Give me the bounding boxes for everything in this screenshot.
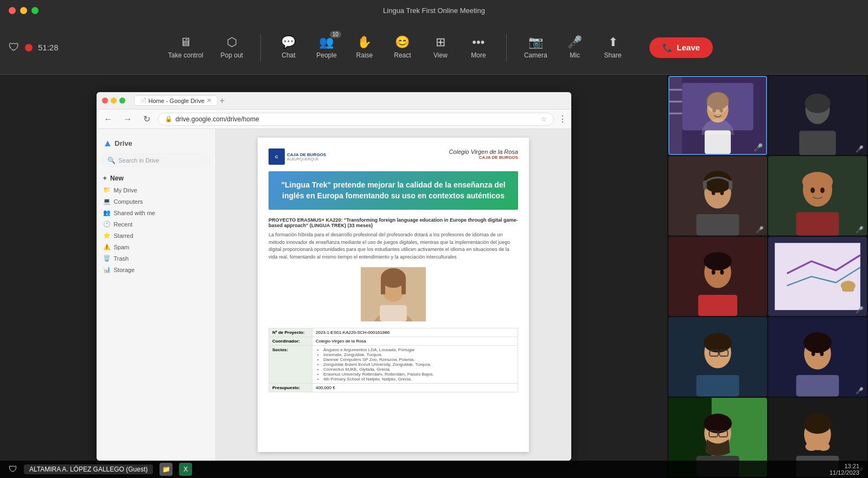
camera-button[interactable]: 📷 Camera — [515, 32, 556, 63]
table-row-partners: Socios: Ángulos e Argumentos LDA, Lousad… — [269, 346, 518, 384]
svg-point-59 — [812, 351, 815, 356]
sidebar-item-my-drive[interactable]: 📁 My Drive — [97, 184, 215, 196]
close-button[interactable] — [9, 7, 16, 14]
doc-person-image — [361, 267, 426, 321]
browser-tab-active[interactable]: 📄 Home - Google Drive ✕ — [134, 95, 218, 106]
participant-video-7 — [668, 317, 767, 396]
partner-1: Ángulos e Argumentos LDA, Lousada, Portu… — [323, 347, 514, 352]
search-placeholder: Search in Drive — [119, 157, 159, 164]
sidebar-item-computers[interactable]: 💻 Computers — [97, 196, 215, 207]
screen-icon: 🖥 — [180, 36, 192, 48]
maximize-button[interactable] — [31, 7, 39, 14]
shared-icon: 👥 — [103, 209, 111, 216]
traffic-lights — [9, 7, 39, 14]
url-bar[interactable]: 🔒 drive.google.com/drive/home ☆ — [158, 113, 554, 126]
browser-minimize[interactable] — [111, 98, 117, 104]
svg-rect-11 — [669, 101, 682, 102]
mute-indicator-3: 🎤 — [756, 226, 764, 234]
refresh-button[interactable]: ↻ — [140, 113, 154, 125]
sidebar-item-storage[interactable]: 📊 Storage — [97, 264, 215, 275]
security-status-icon: 🛡 — [9, 464, 17, 474]
browser-window: 📄 Home - Google Drive ✕ + ← → ↻ 🔒 drive.… — [97, 92, 571, 461]
partners-list: Ángulos e Argumentos LDA, Lousada, Portu… — [312, 346, 518, 384]
sidebar-item-shared[interactable]: 👥 Shared with me — [97, 207, 215, 218]
window-title: Lingua Trek First Online Meeting — [383, 7, 485, 15]
forward-button[interactable]: → — [120, 113, 136, 125]
recording-dot — [25, 44, 33, 51]
more-button[interactable]: ••• More — [459, 32, 497, 63]
browser-menu-icon[interactable]: ⋮ — [558, 114, 567, 124]
browser-titlebar: 📄 Home - Google Drive ✕ + — [97, 92, 571, 109]
popout-icon: ⬡ — [227, 36, 237, 48]
participant-tile-2: 🎤 — [768, 76, 867, 155]
minimize-button[interactable] — [20, 7, 27, 14]
people-count-badge: 10 — [330, 31, 341, 38]
browser-maximize[interactable] — [119, 98, 125, 104]
excel-icon[interactable]: X — [179, 463, 192, 476]
url-lock-icon: 🔒 — [165, 115, 173, 122]
participant-tile-5 — [668, 237, 767, 316]
camera-icon: 📷 — [528, 36, 543, 48]
raise-icon: ✋ — [357, 36, 372, 48]
svg-rect-5 — [401, 278, 406, 294]
budget-label: Presupuesto: — [269, 384, 312, 392]
react-button[interactable]: 😊 React — [384, 32, 422, 63]
new-tab-button[interactable]: + — [218, 96, 227, 106]
mic-button[interactable]: 🎤 Mic — [556, 32, 594, 63]
share-button[interactable]: ⬆ Share — [594, 32, 632, 63]
participant-tile-6: 🎤 — [768, 237, 867, 316]
svg-rect-12 — [669, 113, 682, 114]
toolbar: 🛡 51:28 🖥 Take control ⬡ Pop out 💬 Chat … — [0, 21, 868, 75]
view-button[interactable]: ⊞ View — [422, 32, 459, 63]
svg-rect-58 — [796, 375, 839, 396]
browser-close[interactable] — [102, 98, 108, 104]
raise-button[interactable]: ✋ Raise — [346, 32, 384, 63]
participant-video-2 — [768, 76, 867, 155]
status-bar: 🛡 ALTAMIRA A. LÓPEZ GALLEGO (Guest) 📁 X … — [0, 461, 868, 478]
svg-point-57 — [803, 332, 832, 353]
browser-controls — [102, 98, 125, 104]
take-control-button[interactable]: 🖥 Take control — [159, 32, 212, 63]
spam-icon: ⚠️ — [103, 243, 111, 250]
search-bar[interactable]: 🔍 Search in Drive — [101, 153, 211, 167]
svg-point-74 — [818, 442, 830, 451]
leave-button[interactable]: 📞 Leave — [649, 37, 713, 58]
tab-close-icon[interactable]: ✕ — [207, 97, 212, 104]
participant-video-8 — [768, 317, 867, 396]
chat-button[interactable]: 💬 Chat — [270, 32, 308, 63]
sidebar-item-recent[interactable]: 🕐 Recent — [97, 218, 215, 230]
pop-out-button[interactable]: ⬡ Pop out — [212, 32, 252, 63]
mute-indicator-4: 🎤 — [856, 226, 864, 234]
sidebar-item-trash[interactable]: 🗑️ Trash — [97, 253, 215, 264]
svg-rect-10 — [669, 89, 682, 91]
sidebar-item-starred[interactable]: ⭐ Starred — [97, 230, 215, 241]
table-row-coordinator: Coordinador: Colegio Virgen de la Rosa — [269, 337, 518, 346]
svg-rect-9 — [669, 77, 682, 154]
toolbar-group-screen: 🖥 Take control ⬡ Pop out — [155, 32, 256, 63]
svg-point-64 — [704, 414, 732, 433]
gdrive-sidebar: ▲ Drive 🔍 Search in Drive + New — [97, 129, 216, 461]
sidebar-item-spam[interactable]: ⚠️ Spam — [97, 241, 215, 253]
view-icon: ⊞ — [436, 36, 445, 48]
coordinator-value: Colegio Virgen de la Rosa — [312, 337, 518, 346]
svg-point-20 — [805, 94, 830, 113]
search-icon: 🔍 — [107, 157, 116, 164]
new-button[interactable]: + New — [97, 172, 215, 184]
project-section-title: PROYECTO ERASMUS+ KA220: "Transforming f… — [269, 217, 518, 228]
svg-point-28 — [720, 190, 724, 195]
svg-point-25 — [704, 171, 732, 193]
trash-icon: 🗑️ — [103, 255, 111, 262]
leave-phone-icon: 📞 — [662, 43, 673, 53]
back-button[interactable]: ← — [101, 113, 116, 125]
more-icon: ••• — [472, 36, 484, 48]
people-icon: 👥 — [319, 36, 334, 48]
table-row-number: Nº de Proyecto: 2023-1-ES01-KA220-SCH-00… — [269, 328, 518, 337]
mute-indicator-2: 🎤 — [856, 145, 864, 153]
svg-rect-47 — [842, 282, 854, 292]
new-label: New — [110, 175, 124, 182]
svg-point-43 — [720, 270, 724, 275]
doc-body-text: La formación híbrida para el desarrollo … — [269, 231, 518, 261]
finder-icon[interactable]: 📁 — [159, 463, 173, 476]
people-button[interactable]: 👥 People 10 — [308, 32, 346, 63]
budget-value: 400,000 € — [312, 384, 518, 392]
